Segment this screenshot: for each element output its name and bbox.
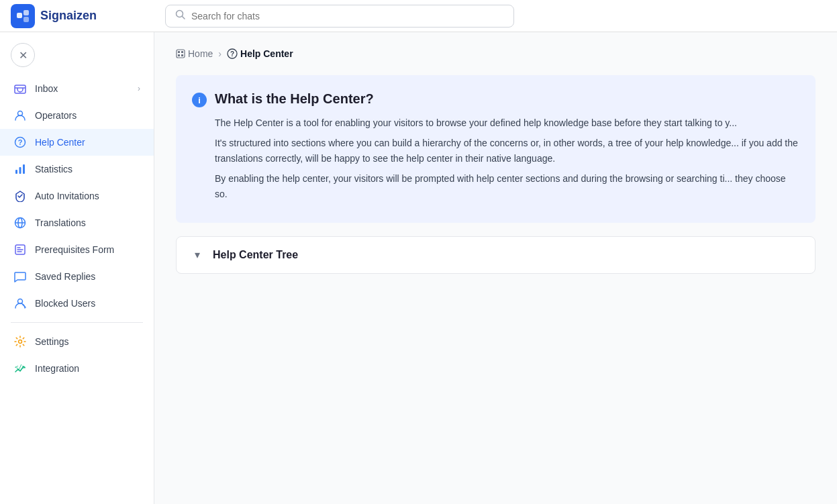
info-box-paragraph3: By enabling the help center, your visito… [192, 171, 799, 201]
sidebar-item-translations[interactable]: Translations [0, 209, 154, 236]
sidebar-item-integration-label: Integration [35, 363, 79, 374]
info-circle-icon: i [192, 93, 207, 107]
svg-text:?: ? [230, 50, 234, 58]
sidebar-item-help-center-label: Help Center [35, 137, 85, 148]
logo-area: Signaizen [11, 4, 165, 28]
breadcrumb: Home › ? Help Center [176, 48, 816, 59]
sidebar-item-statistics-label: Statistics [35, 164, 72, 174]
svg-rect-1 [23, 10, 29, 15]
svg-rect-2 [23, 17, 29, 22]
info-box-header: i What is the Help Center? [192, 91, 799, 107]
tree-chevron-icon: ▾ [190, 248, 205, 262]
translations-icon [13, 216, 27, 230]
integration-icon: </> [13, 362, 27, 375]
sidebar-item-blocked-users[interactable]: Blocked Users [0, 290, 154, 317]
home-icon [176, 49, 185, 58]
sidebar-item-auto-invitations[interactable]: Auto Invitations [0, 183, 154, 209]
sidebar-item-operators-label: Operators [35, 110, 77, 121]
svg-rect-10 [19, 167, 21, 174]
breadcrumb-current-label: Help Center [240, 48, 293, 59]
sidebar-item-blocked-users-label: Blocked Users [35, 298, 95, 309]
svg-text:?: ? [18, 138, 23, 146]
logo-icon [11, 4, 35, 28]
tree-section-title: Help Center Tree [213, 249, 298, 261]
settings-icon [13, 335, 27, 348]
operators-icon [13, 109, 27, 122]
breadcrumb-separator: › [218, 48, 221, 59]
sidebar-item-operators[interactable]: Operators [0, 102, 154, 129]
prerequisites-icon [13, 243, 27, 256]
sidebar-item-auto-invitations-label: Auto Invitations [35, 191, 99, 201]
sidebar-item-prerequisites-form[interactable]: Prerequisites Form [0, 236, 154, 263]
savedreplies-icon [13, 270, 27, 283]
sidebar-item-inbox-label: Inbox [35, 83, 58, 94]
sidebar-item-statistics[interactable]: Statistics [0, 156, 154, 183]
top-header: Signaizen [0, 0, 837, 32]
inbox-icon [13, 82, 27, 95]
content-area: Home › ? Help Center i What is the Help … [154, 32, 837, 504]
close-icon: ✕ [19, 49, 28, 62]
svg-point-21 [19, 340, 22, 344]
sidebar-item-settings[interactable]: Settings [0, 328, 154, 355]
breadcrumb-help-icon: ? [227, 48, 238, 59]
svg-rect-26 [178, 54, 180, 56]
search-bar[interactable] [165, 5, 514, 28]
svg-rect-24 [178, 51, 180, 53]
blockedusers-icon [13, 297, 27, 310]
sidebar: ✕ Inbox › Operators [0, 32, 154, 504]
search-input[interactable] [191, 11, 504, 21]
tree-header[interactable]: ▾ Help Center Tree [177, 237, 815, 273]
svg-rect-0 [17, 13, 22, 18]
sidebar-item-settings-label: Settings [35, 336, 69, 347]
info-box-title: What is the Help Center? [215, 91, 374, 107]
svg-rect-9 [15, 170, 17, 174]
sidebar-item-prerequisites-label: Prerequisites Form [35, 244, 114, 255]
close-button[interactable]: ✕ [11, 43, 35, 67]
svg-text:</>: </> [15, 364, 26, 370]
inbox-arrow-icon: › [138, 84, 140, 93]
breadcrumb-home-label: Home [188, 48, 213, 59]
svg-rect-11 [23, 164, 25, 174]
sidebar-divider [11, 322, 143, 323]
sidebar-item-help-center[interactable]: ? Help Center [0, 129, 154, 156]
autoinvitations-icon [13, 189, 27, 203]
svg-rect-23 [177, 50, 185, 58]
sidebar-item-integration[interactable]: </> Integration [0, 355, 154, 382]
sidebar-item-inbox[interactable]: Inbox › [0, 75, 154, 102]
info-box-paragraph2: It's structured into sections where you … [192, 136, 799, 166]
svg-rect-27 [181, 54, 183, 56]
main-layout: ✕ Inbox › Operators [0, 32, 837, 504]
tree-section: ▾ Help Center Tree [176, 236, 816, 274]
info-box: i What is the Help Center? The Help Cent… [176, 75, 816, 223]
svg-rect-25 [181, 51, 183, 53]
info-box-paragraph1: The Help Center is a tool for enabling y… [192, 115, 799, 130]
svg-line-4 [183, 16, 185, 19]
breadcrumb-current: ? Help Center [227, 48, 293, 59]
sidebar-item-saved-replies[interactable]: Saved Replies [0, 263, 154, 290]
logo-text: Signaizen [40, 9, 97, 23]
search-icon [175, 9, 186, 23]
helpcenter-icon: ? [13, 136, 27, 149]
breadcrumb-home[interactable]: Home [176, 48, 213, 59]
statistics-icon [13, 162, 27, 176]
sidebar-item-translations-label: Translations [35, 217, 86, 228]
sidebar-item-saved-replies-label: Saved Replies [35, 271, 95, 282]
